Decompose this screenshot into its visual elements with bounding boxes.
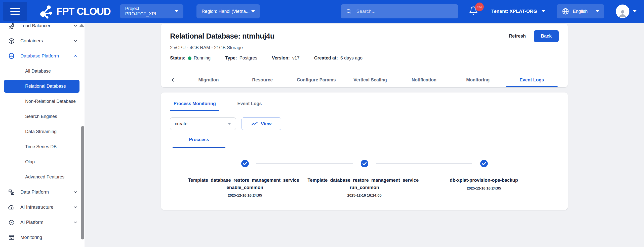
view-button-label: View xyxy=(261,121,272,127)
main-content: Relational Database: ntmhuj4u Refresh Ba… xyxy=(85,23,644,247)
resource-spec-text: 2 vCPU - 4GB RAM - 21GB Storage xyxy=(170,45,559,50)
database-icon xyxy=(8,53,15,59)
notification-badge: 39 xyxy=(475,3,484,11)
sidebar-item-label: Advanced Features xyxy=(25,174,64,180)
sidebar-item-relational-database[interactable]: Relational Database xyxy=(4,80,79,93)
step-item: Template_database_restore_management_ser… xyxy=(185,160,305,197)
sidebar-item-label: Olap xyxy=(25,159,35,165)
language-selector-label: English xyxy=(573,9,588,14)
sidebar-item-monitoring[interactable]: Monitoring xyxy=(0,230,85,245)
sidebar-item-advanced-features[interactable]: Advanced Features xyxy=(0,169,85,184)
sidebar-item-data-streaming[interactable]: Data Streaming xyxy=(0,124,85,139)
tabs-scroll-left-button[interactable] xyxy=(170,73,182,87)
sidebar-item-non-relational-database[interactable]: Non-Relational Database xyxy=(0,94,85,109)
globe-icon xyxy=(562,8,569,15)
search-input[interactable] xyxy=(356,8,453,14)
status-dot-icon xyxy=(188,56,191,60)
brand-text: FPT CLOUD xyxy=(56,6,110,17)
user-menu[interactable] xyxy=(616,5,636,18)
tab-monitoring[interactable]: Monitoring xyxy=(451,73,505,87)
tab-proccess[interactable]: Proccess xyxy=(173,137,225,148)
sidebar-item-search-engines[interactable]: Search Engines xyxy=(0,109,85,124)
action-select[interactable]: create xyxy=(170,117,236,130)
type-label: Type: xyxy=(225,55,237,61)
panel-controls: create View xyxy=(170,117,559,130)
check-circle-icon xyxy=(480,160,488,168)
step-timestamp: 2025-12-16 16:24:05 xyxy=(347,193,381,197)
back-button[interactable]: Back xyxy=(534,30,559,42)
panel-tabs: Process Monitoring Event Logs xyxy=(170,100,559,111)
tenant-selector-label: Tenant: XPLAT-ORG xyxy=(491,9,537,14)
database-header-card: Relational Database: ntmhuj4u Refresh Ba… xyxy=(161,24,568,87)
search-icon xyxy=(346,8,352,15)
sidebar-item-label: Data Streaming xyxy=(25,129,57,134)
chevron-left-icon xyxy=(170,77,176,83)
tab-configure-params[interactable]: Configure Params xyxy=(289,73,343,87)
step-name: Template_database_restore_management_ser… xyxy=(307,177,421,191)
sidebar-item-label: All Database xyxy=(25,69,51,74)
sidebar-item-label: Relational Database xyxy=(25,84,66,89)
hamburger-menu-button[interactable] xyxy=(3,2,27,21)
action-select-value: create xyxy=(175,121,187,127)
app-window: FPT CLOUD Project: PROJECT_XPL... Region… xyxy=(0,0,644,247)
chevron-down-icon xyxy=(73,220,78,225)
brand-logo[interactable]: FPT CLOUD xyxy=(39,4,110,19)
caret-down-icon xyxy=(596,10,599,12)
sidebar-scroll-up-arrow[interactable] xyxy=(79,24,84,27)
created-field: Created at: 6 days ago xyxy=(314,55,363,61)
chevron-down-icon xyxy=(73,38,78,43)
tab-resource[interactable]: Resource xyxy=(235,73,289,87)
version-field: Version: v17 xyxy=(272,55,300,61)
data-platform-icon xyxy=(8,189,15,196)
sidebar-item-label: AI Infrastructure xyxy=(20,204,73,210)
sidebar-item-load-balancer[interactable]: Load Balancer xyxy=(0,23,85,33)
status-value: Running xyxy=(194,55,211,61)
sidebar-item-data-platform[interactable]: Data Platform xyxy=(0,184,85,200)
containers-icon xyxy=(8,38,15,44)
tab-notification[interactable]: Notification xyxy=(397,73,451,87)
step-item: Template_database_restore_management_ser… xyxy=(305,160,424,197)
sidebar-item-olap[interactable]: Olap xyxy=(0,154,85,169)
project-selector[interactable]: Project: PROJECT_XPL... xyxy=(120,4,183,18)
person-icon xyxy=(618,8,628,18)
process-stepper: Template_database_restore_management_ser… xyxy=(170,160,559,197)
sidebar-item-label: Containers xyxy=(20,38,73,44)
created-label: Created at: xyxy=(314,55,338,61)
step-name: Template_database_restore_management_ser… xyxy=(188,177,302,191)
notifications-button[interactable]: 39 xyxy=(469,6,478,17)
tab-vertical-scaling[interactable]: Vertical Scaling xyxy=(343,73,397,87)
type-value: Postgres xyxy=(239,55,257,61)
created-value: 6 days ago xyxy=(340,55,363,61)
tab-process-monitoring[interactable]: Process Monitoring xyxy=(170,100,219,111)
version-label: Version: xyxy=(272,55,290,61)
sidebar-item-all-database[interactable]: All Database xyxy=(0,64,85,79)
check-circle-icon xyxy=(360,160,369,168)
step-name: db-xplat-provision-ops-backup xyxy=(450,177,518,184)
svg-text:AI: AI xyxy=(11,221,13,224)
sidebar-item-ai-infrastructure[interactable]: AI Infrastructure xyxy=(0,200,85,215)
step-timestamp: 2025-12-16 16:24:05 xyxy=(467,186,501,190)
tab-migration[interactable]: Migration xyxy=(182,73,235,87)
tab-panel-event-logs[interactable]: Event Logs xyxy=(219,100,280,111)
sidebar-item-label: Load Balancer xyxy=(20,23,73,28)
stepper-connector xyxy=(256,163,353,164)
tenant-selector[interactable]: Tenant: XPLAT-ORG xyxy=(491,9,545,14)
region-selector[interactable]: Region: Hanoi (Vietna... xyxy=(196,4,260,18)
sidebar-item-label: Database Platform xyxy=(20,53,73,59)
tab-event-logs[interactable]: Event Logs xyxy=(505,73,559,87)
sidebar-item-database-platform[interactable]: Database Platform xyxy=(0,48,85,64)
sidebar-scrollbar-thumb[interactable] xyxy=(81,126,84,239)
refresh-button[interactable]: Refresh xyxy=(508,32,526,40)
language-selector[interactable]: English xyxy=(557,4,604,18)
sidebar-item-time-series-db[interactable]: Time Series DB xyxy=(0,139,85,154)
sidebar-item-ai-platform[interactable]: AI AI Platform xyxy=(0,215,85,230)
caret-down-icon xyxy=(633,10,636,12)
sidebar-item-label: Non-Relational Database xyxy=(25,99,76,104)
step-timestamp: 2025-12-16 16:24:05 xyxy=(228,193,262,197)
view-button[interactable]: View xyxy=(242,117,281,130)
load-balancer-icon xyxy=(8,23,15,29)
sidebar-item-containers[interactable]: Containers xyxy=(0,33,85,48)
caret-down-icon xyxy=(542,10,545,12)
sidebar-item-label: Time Series DB xyxy=(25,144,57,149)
monitoring-icon xyxy=(8,234,15,241)
